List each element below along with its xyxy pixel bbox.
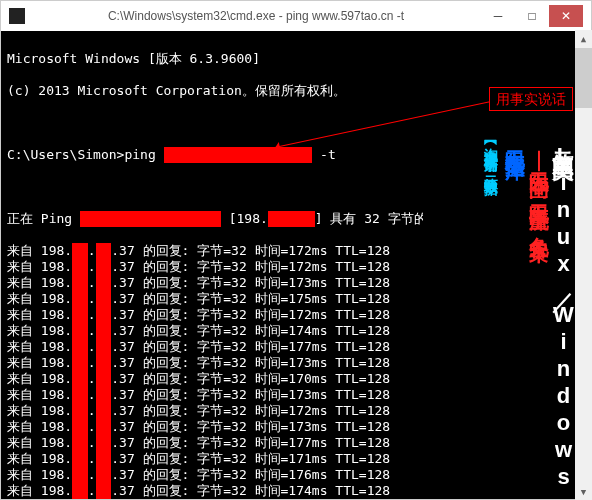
ad-col-1: 云籁美国Linux／Windows — [553, 131, 573, 499]
vertical-scrollbar[interactable] — [575, 30, 592, 500]
version-line: Microsoft Windows [版本 6.3.9600] — [7, 51, 585, 67]
redacted-host — [164, 147, 313, 163]
minimize-button[interactable] — [481, 5, 515, 27]
redacted-ip — [72, 275, 88, 291]
cmd-icon — [9, 8, 25, 24]
terminal-output[interactable]: Microsoft Windows [版本 6.3.9600] (c) 2013… — [1, 31, 591, 499]
redacted-ip — [72, 371, 88, 387]
redacted-ip — [96, 371, 112, 387]
redacted-ip — [72, 435, 88, 451]
redacted-ip — [72, 339, 88, 355]
maximize-button[interactable] — [515, 5, 549, 27]
redacted-ip — [96, 355, 112, 371]
redacted-ip — [72, 291, 88, 307]
redacted-ip — [72, 483, 88, 499]
redacted-ip — [72, 403, 88, 419]
redacted-ip — [72, 419, 88, 435]
window-buttons — [481, 5, 583, 27]
redacted-ip — [72, 355, 88, 371]
redacted-ip — [96, 483, 112, 499]
redacted-ip — [96, 291, 112, 307]
redacted-ip — [72, 243, 88, 259]
ad-col-3: 无限数据库 — [505, 131, 525, 499]
redacted-ip — [268, 211, 315, 227]
scroll-up-button[interactable] — [575, 30, 592, 47]
ad-col-2: ｜无限空间 无限流量 免备案｜ — [529, 131, 549, 499]
redacted-ip — [96, 387, 112, 403]
redacted-ip — [96, 339, 112, 355]
redacted-ip — [72, 259, 88, 275]
scroll-thumb[interactable] — [575, 48, 592, 108]
scroll-down-button[interactable] — [575, 483, 592, 500]
redacted-ip — [96, 419, 112, 435]
ad-overlay: 云籁美国Linux／Windows ｜无限空间 无限流量 免备案｜ 无限数据库 … — [423, 131, 573, 499]
redacted-ip — [72, 323, 88, 339]
annotation-box: 用事实说话 — [489, 87, 573, 111]
redacted-ip — [72, 387, 88, 403]
redacted-ip — [96, 243, 112, 259]
redacted-ip — [96, 435, 112, 451]
redacted-ip — [96, 451, 112, 467]
redacted-ip — [96, 307, 112, 323]
redacted-ip — [96, 275, 112, 291]
redacted-ip — [72, 307, 88, 323]
redacted-ip — [72, 467, 88, 483]
cmd-window: C:\Windows\system32\cmd.exe - ping www.5… — [0, 0, 592, 500]
redacted-host — [80, 211, 221, 227]
close-button[interactable] — [549, 5, 583, 27]
redacted-ip — [96, 259, 112, 275]
blank-line — [7, 115, 585, 131]
redacted-ip — [96, 323, 112, 339]
redacted-ip — [72, 451, 88, 467]
ad-col-4: 【淘宝搜索店铺：云籁数据】 — [481, 131, 501, 499]
redacted-ip — [96, 403, 112, 419]
titlebar[interactable]: C:\Windows\system32\cmd.exe - ping www.5… — [1, 1, 591, 31]
window-title: C:\Windows\system32\cmd.exe - ping www.5… — [31, 9, 481, 23]
redacted-ip — [96, 467, 112, 483]
